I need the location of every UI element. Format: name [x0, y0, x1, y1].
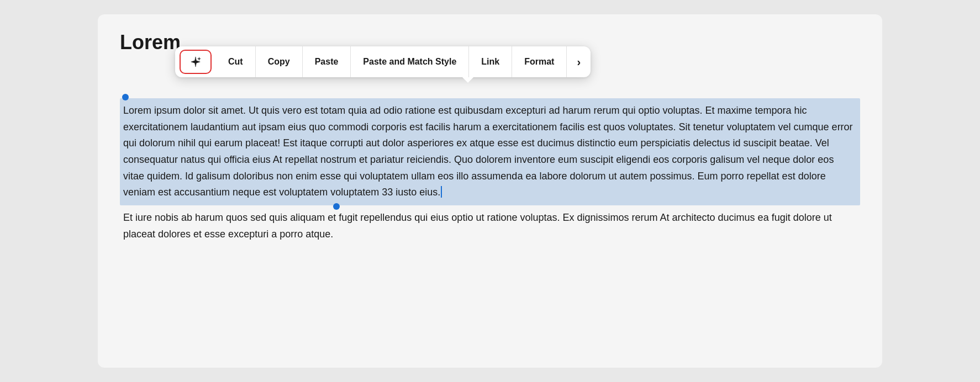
cut-button[interactable]: Cut: [216, 46, 256, 77]
unselected-text-block[interactable]: Et iure nobis ab harum quos sed quis ali…: [120, 205, 860, 242]
link-button[interactable]: Link: [469, 46, 512, 77]
copy-label: Copy: [268, 57, 290, 67]
title-text: Lorem: [120, 31, 181, 54]
more-label: ›: [577, 56, 581, 68]
unselected-text: Et iure nobis ab harum quos sed quis ali…: [123, 212, 832, 240]
document-title: Lorem Cut Copy Paste Paste and Match Sty…: [120, 31, 181, 54]
content-area: Lorem ipsum dolor sit amet. Ut quis vero…: [120, 98, 860, 243]
selected-text-block[interactable]: Lorem ipsum dolor sit amet. Ut quis vero…: [120, 98, 860, 205]
context-toolbar: Cut Copy Paste Paste and Match Style Lin…: [175, 46, 591, 77]
format-button[interactable]: Format: [512, 46, 567, 77]
format-label: Format: [524, 57, 554, 67]
paste-match-button[interactable]: Paste and Match Style: [351, 46, 469, 77]
link-label: Link: [481, 57, 499, 67]
paste-label: Paste: [315, 57, 339, 67]
selection-handle-top: [122, 94, 129, 100]
paste-button[interactable]: Paste: [303, 46, 351, 77]
selected-text: Lorem ipsum dolor sit amet. Ut quis vero…: [123, 105, 853, 198]
paste-match-label: Paste and Match Style: [363, 57, 456, 67]
ai-button[interactable]: [180, 50, 212, 74]
copy-button[interactable]: Copy: [256, 46, 303, 77]
more-button[interactable]: ›: [567, 46, 591, 77]
cut-label: Cut: [228, 57, 243, 67]
text-cursor: [441, 186, 442, 198]
page-container: Lorem Cut Copy Paste Paste and Match Sty…: [98, 14, 882, 368]
sparkle-icon: [189, 56, 202, 68]
